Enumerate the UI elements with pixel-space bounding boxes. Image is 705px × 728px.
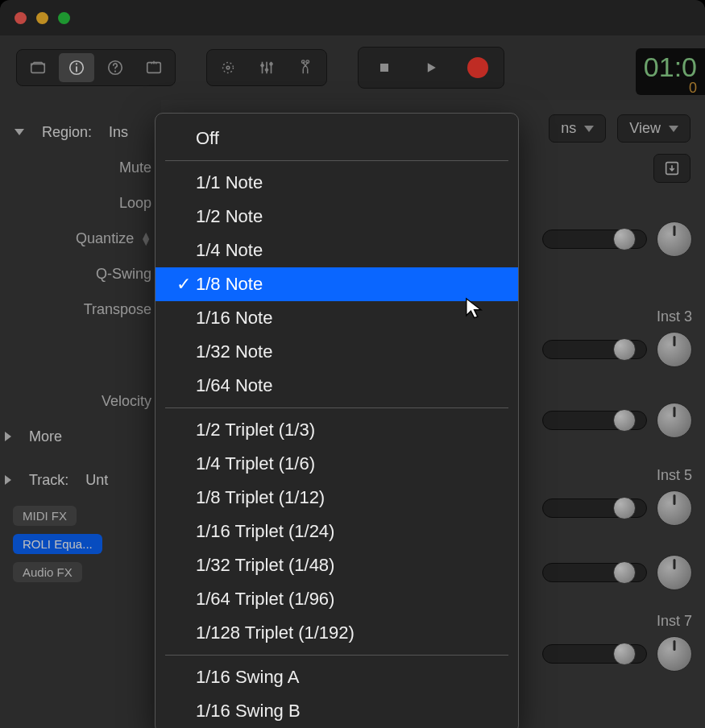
stop-button[interactable] [363, 52, 405, 83]
left-tool-group [16, 49, 176, 86]
quantize-option-label: 1/32 Note [196, 341, 272, 362]
lcd-display[interactable]: 01:0 0 [636, 48, 705, 95]
quantize-option[interactable]: 1/16 Swing A [156, 660, 518, 694]
slider-thumb[interactable] [613, 561, 636, 584]
quantize-option-label: Off [196, 128, 219, 149]
svg-point-8 [261, 64, 264, 67]
quantize-option-label: 1/8 Triplet (1/12) [196, 487, 325, 508]
volume-slider[interactable] [542, 340, 647, 359]
quantize-option[interactable]: 1/16 Triplet (1/24) [156, 515, 518, 548]
q-swing-row[interactable]: Q-Swing [0, 256, 161, 292]
zoom-window-button[interactable] [58, 12, 70, 24]
pan-knob[interactable] [657, 221, 692, 257]
close-window-button[interactable] [15, 12, 27, 24]
menu-separator [165, 160, 508, 161]
slider-thumb[interactable] [613, 497, 636, 519]
midi-fx-slot[interactable]: MIDI FX [13, 506, 77, 526]
functions-menu[interactable]: ns [549, 114, 606, 143]
chevron-right-icon [5, 475, 11, 485]
slider-thumb[interactable] [613, 338, 636, 361]
slider-thumb[interactable] [613, 409, 636, 432]
quantize-option-label: 1/64 Note [196, 375, 272, 396]
center-tool-group [206, 49, 327, 86]
toolbar-toggle-button[interactable] [136, 53, 172, 82]
quantize-option[interactable]: Off [156, 122, 518, 155]
chevron-down-icon [669, 126, 678, 132]
pan-knob[interactable] [657, 555, 692, 590]
volume-slider[interactable] [542, 563, 647, 582]
svg-point-9 [265, 68, 268, 72]
quick-help-button[interactable] [97, 53, 133, 82]
volume-slider[interactable] [542, 644, 647, 664]
catch-playhead-button[interactable] [653, 154, 690, 183]
inspector-button[interactable] [59, 53, 94, 82]
library-button[interactable] [20, 53, 56, 82]
quantize-option[interactable]: 1/4 Triplet (1/6) [156, 447, 518, 481]
quantize-option[interactable]: 1/64 Note [156, 369, 518, 403]
quantize-option-label: 1/64 Triplet (1/96) [196, 589, 334, 610]
stepper-icon: ▲▼ [140, 232, 151, 246]
view-menu[interactable]: View [617, 114, 690, 143]
quantize-row[interactable]: Quantize ▲▼ [0, 221, 161, 256]
minimize-window-button[interactable] [36, 12, 48, 24]
chevron-down-icon [584, 126, 594, 132]
track-header[interactable]: Track: Unt [0, 462, 161, 498]
main-toolbar: 01:0 0 [0, 35, 705, 100]
svg-rect-5 [147, 63, 161, 73]
quantize-option-label: 1/16 Note [196, 308, 272, 329]
inspector-panel: Region: Ins Mute Loop Quantize ▲▼ Q-Swin… [0, 100, 161, 728]
pan-knob[interactable] [657, 636, 692, 672]
svg-point-7 [226, 66, 230, 69]
mixer-button[interactable] [249, 53, 284, 82]
quantize-option[interactable]: 1/2 Note [156, 200, 518, 234]
quantize-option[interactable]: 1/1 Note [156, 166, 518, 200]
loop-row[interactable]: Loop [0, 185, 161, 221]
window-titlebar [0, 0, 705, 35]
region-label: Region: [42, 124, 92, 141]
region-name: Ins [109, 124, 128, 141]
velocity-row[interactable]: Velocity [0, 383, 161, 419]
slider-thumb[interactable] [613, 228, 636, 250]
more-header[interactable]: More [0, 419, 161, 454]
quantize-option[interactable]: 1/32 Note [156, 335, 518, 369]
quantize-option[interactable]: 1/16 Swing B [156, 694, 518, 728]
quantize-option[interactable]: 1/128 Triplet (1/192) [156, 616, 518, 650]
slider-thumb[interactable] [613, 643, 636, 665]
quantize-option-label: 1/2 Triplet (1/3) [196, 420, 315, 441]
pan-knob[interactable] [657, 490, 692, 526]
checkmark-icon: ✓ [176, 274, 196, 295]
region-header[interactable]: Region: Ins [0, 114, 161, 150]
menu-separator [165, 407, 508, 408]
quantize-option[interactable]: 1/4 Note [156, 234, 518, 267]
transpose-row[interactable]: Transpose [0, 292, 161, 327]
record-icon [467, 57, 488, 78]
menu-separator [165, 655, 508, 656]
quantize-option[interactable]: 1/64 Triplet (1/96) [156, 582, 518, 616]
record-button[interactable] [457, 52, 499, 83]
volume-slider[interactable] [542, 411, 647, 430]
pan-knob[interactable] [657, 403, 692, 438]
audio-fx-slot[interactable]: Audio FX [13, 562, 82, 582]
chevron-right-icon [5, 432, 11, 441]
mouse-cursor [464, 296, 487, 322]
svg-point-10 [270, 63, 273, 66]
play-button[interactable] [410, 52, 452, 83]
quantize-option[interactable]: 1/8 Triplet (1/12) [156, 481, 518, 515]
instrument-slot[interactable]: ROLI Equa... [13, 534, 102, 554]
volume-slider[interactable] [542, 498, 647, 518]
mute-row[interactable]: Mute [0, 150, 161, 185]
volume-slider[interactable] [542, 230, 647, 249]
quantize-option-label: 1/1 Note [196, 172, 263, 193]
editors-button[interactable] [288, 53, 323, 82]
quantize-option[interactable]: 1/2 Triplet (1/3) [156, 413, 518, 447]
lcd-sub: 0 [644, 81, 697, 95]
pan-knob[interactable] [657, 332, 692, 367]
quantize-menu: Off1/1 Note1/2 Note1/4 Note✓1/8 Note1/16… [155, 113, 519, 728]
lcd-time: 01:0 [644, 53, 697, 81]
quantize-option-label: 1/16 Swing A [196, 667, 299, 688]
smart-controls-button[interactable] [210, 53, 246, 82]
chevron-down-icon [15, 129, 24, 135]
svg-point-6 [223, 63, 234, 73]
quantize-label: Quantize [76, 230, 134, 247]
quantize-option[interactable]: 1/32 Triplet (1/48) [156, 548, 518, 582]
